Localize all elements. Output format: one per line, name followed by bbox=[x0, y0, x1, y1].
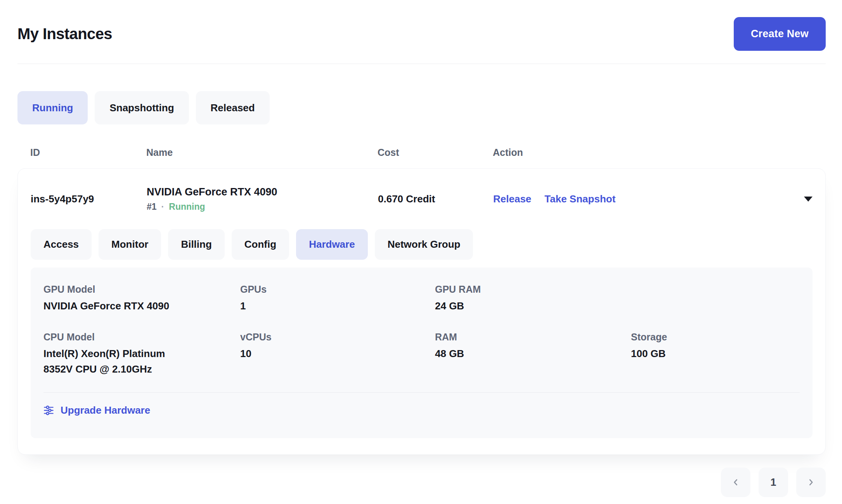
filter-tab-snapshotting[interactable]: Snapshotting bbox=[95, 91, 189, 124]
filter-tab-running[interactable]: Running bbox=[17, 91, 88, 124]
upgrade-hardware-label: Upgrade Hardware bbox=[61, 404, 150, 416]
collapse-caret-icon[interactable] bbox=[804, 197, 813, 202]
pagination-prev-button[interactable] bbox=[721, 468, 750, 497]
spec-label: CPU Model bbox=[43, 331, 240, 343]
table-header-row: ID Name Cost Action bbox=[17, 147, 826, 158]
upgrade-hardware-link[interactable]: Upgrade Hardware bbox=[43, 404, 150, 416]
instance-name-block: NVIDIA GeForce RTX 4090 #1 · Running bbox=[147, 186, 378, 212]
chevron-left-icon bbox=[731, 477, 741, 487]
column-header-name: Name bbox=[146, 147, 378, 158]
status-filter-group: Running Snapshotting Released bbox=[17, 91, 826, 124]
spec-label: RAM bbox=[435, 331, 631, 343]
tab-access[interactable]: Access bbox=[31, 229, 92, 260]
instance-card: ins-5y4p57y9 NVIDIA GeForce RTX 4090 #1 … bbox=[17, 168, 826, 455]
status-running-label: Running bbox=[169, 202, 205, 212]
page-title: My Instances bbox=[17, 25, 112, 43]
page-header: My Instances Create New bbox=[17, 0, 826, 51]
pagination-page-button[interactable]: 1 bbox=[759, 468, 788, 497]
create-new-button[interactable]: Create New bbox=[734, 17, 826, 51]
spec-value: 24 GB bbox=[435, 298, 631, 314]
instance-index: #1 bbox=[147, 202, 157, 212]
spec-gpus: GPUs 1 bbox=[240, 284, 435, 314]
sliders-icon bbox=[43, 405, 54, 416]
spec-label: GPU Model bbox=[43, 284, 240, 295]
spec-value: Intel(R) Xeon(R) Platinum 8352V CPU @ 2.… bbox=[43, 346, 187, 377]
spec-label: GPUs bbox=[240, 284, 435, 295]
spec-gpu-model: GPU Model NVIDIA GeForce RTX 4090 bbox=[43, 284, 240, 314]
spec-value: NVIDIA GeForce RTX 4090 bbox=[43, 298, 240, 314]
spec-value: 100 GB bbox=[631, 346, 800, 361]
column-header-cost: Cost bbox=[378, 147, 493, 158]
panel-divider bbox=[43, 392, 800, 393]
chevron-right-icon bbox=[806, 477, 816, 487]
filter-tab-released[interactable]: Released bbox=[196, 91, 270, 124]
take-snapshot-link[interactable]: Take Snapshot bbox=[544, 193, 615, 205]
separator-dot: · bbox=[161, 202, 165, 212]
instance-cost: 0.670 Credit bbox=[378, 193, 493, 205]
detail-tab-bar: Access Monitor Billing Config Hardware N… bbox=[18, 229, 825, 260]
tab-monitor[interactable]: Monitor bbox=[99, 229, 161, 260]
tab-billing[interactable]: Billing bbox=[168, 229, 224, 260]
spec-value: 1 bbox=[240, 298, 435, 314]
spec-vcpus: vCPUs 10 bbox=[240, 331, 435, 377]
spec-spacer bbox=[631, 284, 800, 314]
instance-subline: #1 · Running bbox=[147, 202, 378, 212]
spec-value: 48 GB bbox=[435, 346, 631, 361]
header-divider bbox=[17, 64, 826, 64]
hardware-panel: GPU Model NVIDIA GeForce RTX 4090 GPUs 1… bbox=[31, 268, 813, 438]
column-header-id: ID bbox=[30, 147, 146, 158]
instance-actions: Release Take Snapshot bbox=[493, 193, 813, 205]
pagination-next-button[interactable] bbox=[796, 468, 826, 497]
spec-value: 10 bbox=[240, 346, 435, 361]
spec-gpu-ram: GPU RAM 24 GB bbox=[435, 284, 631, 314]
instance-id: ins-5y4p57y9 bbox=[31, 193, 147, 205]
spec-cpu-model: CPU Model Intel(R) Xeon(R) Platinum 8352… bbox=[43, 331, 240, 377]
spec-label: vCPUs bbox=[240, 331, 435, 343]
hardware-spec-grid: GPU Model NVIDIA GeForce RTX 4090 GPUs 1… bbox=[31, 268, 813, 377]
instance-name: NVIDIA GeForce RTX 4090 bbox=[147, 186, 378, 198]
tab-network-group[interactable]: Network Group bbox=[375, 229, 473, 260]
tab-hardware[interactable]: Hardware bbox=[296, 229, 368, 260]
pagination: 1 bbox=[17, 468, 826, 497]
spec-storage: Storage 100 GB bbox=[631, 331, 800, 377]
release-link[interactable]: Release bbox=[493, 193, 531, 205]
column-header-action: Action bbox=[493, 147, 826, 158]
spec-ram: RAM 48 GB bbox=[435, 331, 631, 377]
spec-label: Storage bbox=[631, 331, 800, 343]
my-instances-page: My Instances Create New Running Snapshot… bbox=[0, 0, 842, 497]
instance-row: ins-5y4p57y9 NVIDIA GeForce RTX 4090 #1 … bbox=[18, 169, 825, 229]
spec-label: GPU RAM bbox=[435, 284, 631, 295]
tab-config[interactable]: Config bbox=[232, 229, 289, 260]
